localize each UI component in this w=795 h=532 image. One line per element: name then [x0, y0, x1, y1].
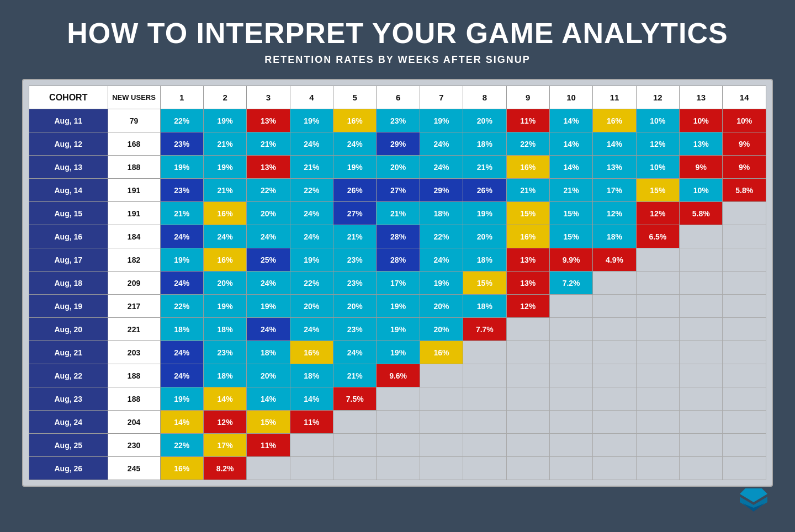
data-cell-week-8: 18%: [463, 248, 506, 272]
data-cell-week-9: 22%: [506, 132, 549, 156]
data-cell-week-13: 13%: [680, 132, 723, 156]
table-row: Aug, 1618424%24%24%24%21%28%22%20%16%15%…: [29, 225, 766, 248]
cohort-cell: Aug, 26: [29, 457, 108, 480]
cohort-cell: Aug, 23: [29, 387, 108, 411]
data-cell-week-1: 19%: [160, 248, 203, 272]
data-cell-week-8: [463, 457, 506, 480]
data-cell-week-13: [680, 457, 723, 480]
data-cell-week-12: [636, 434, 679, 457]
data-cell-week-14: [723, 434, 766, 457]
week-3-header: 3: [247, 86, 290, 109]
data-cell-week-2: 24%: [203, 225, 246, 248]
data-cell-week-1: 18%: [160, 318, 203, 341]
cohort-cell: Aug, 14: [29, 179, 108, 202]
data-cell-week-13: [680, 434, 723, 457]
data-cell-week-6: [377, 434, 420, 457]
data-cell-week-5: 26%: [333, 179, 377, 202]
data-cell-week-8: [463, 341, 506, 364]
data-cell-week-13: [680, 318, 723, 341]
data-cell-week-11: [593, 457, 636, 480]
data-cell-week-8: [463, 434, 506, 457]
data-cell-week-7: 19%: [420, 109, 463, 132]
data-cell-week-1: 23%: [160, 179, 203, 202]
newusers-cell: 188: [108, 364, 160, 387]
data-cell-week-7: 18%: [420, 202, 463, 225]
data-cell-week-2: 23%: [203, 341, 246, 364]
data-cell-week-5: 23%: [333, 248, 377, 272]
data-cell-week-2: 19%: [203, 295, 246, 318]
data-cell-week-5: 23%: [333, 318, 377, 341]
data-cell-week-12: [636, 341, 679, 364]
cohort-cell: Aug, 11: [29, 109, 108, 132]
data-cell-week-1: 22%: [160, 295, 203, 318]
newusers-cell: 184: [108, 225, 160, 248]
data-cell-week-2: 18%: [203, 364, 246, 387]
data-cell-week-3: 15%: [247, 411, 290, 434]
data-cell-week-11: [593, 411, 636, 434]
cohort-cell: Aug, 18: [29, 272, 108, 295]
data-cell-week-10: 21%: [549, 179, 592, 202]
data-cell-week-12: [636, 457, 679, 480]
cohort-column-header: COHORT: [29, 86, 108, 109]
data-cell-week-6: 27%: [377, 179, 420, 202]
data-cell-week-4: 24%: [290, 132, 333, 156]
data-cell-week-6: 19%: [377, 341, 420, 364]
data-cell-week-13: [680, 387, 723, 411]
data-cell-week-3: 24%: [247, 318, 290, 341]
data-cell-week-14: [723, 387, 766, 411]
data-cell-week-5: 23%: [333, 272, 377, 295]
data-cell-week-1: 24%: [160, 364, 203, 387]
data-cell-week-11: 16%: [593, 109, 636, 132]
table-row: Aug, 2218824%18%20%18%21%9.6%: [29, 364, 766, 387]
data-cell-week-11: 13%: [593, 156, 636, 179]
data-cell-week-12: [636, 318, 679, 341]
table-row: Aug, 1318819%19%13%21%19%20%24%21%16%14%…: [29, 156, 766, 179]
table-row: Aug, 1718219%16%25%19%23%28%24%18%13%9.9…: [29, 248, 766, 272]
data-cell-week-3: 24%: [247, 225, 290, 248]
data-cell-week-10: [549, 295, 592, 318]
data-cell-week-3: 20%: [247, 202, 290, 225]
data-cell-week-11: 18%: [593, 225, 636, 248]
data-cell-week-1: 24%: [160, 341, 203, 364]
data-cell-week-14: [723, 457, 766, 480]
data-cell-week-12: 6.5%: [636, 225, 679, 248]
data-cell-week-2: 18%: [203, 318, 246, 341]
data-cell-week-10: 15%: [549, 225, 592, 248]
data-cell-week-3: 19%: [247, 295, 290, 318]
data-cell-week-4: 24%: [290, 202, 333, 225]
data-cell-week-11: [593, 434, 636, 457]
data-cell-week-5: 16%: [333, 109, 377, 132]
week-6-header: 6: [377, 86, 420, 109]
data-cell-week-13: [680, 411, 723, 434]
data-cell-week-7: [420, 457, 463, 480]
cohort-cell: Aug, 25: [29, 434, 108, 457]
data-cell-week-1: 24%: [160, 272, 203, 295]
data-cell-week-6: 23%: [377, 109, 420, 132]
newusers-cell: 217: [108, 295, 160, 318]
data-cell-week-12: [636, 387, 679, 411]
data-cell-week-11: [593, 318, 636, 341]
cohort-cell: Aug, 12: [29, 132, 108, 156]
cohort-cell: Aug, 16: [29, 225, 108, 248]
data-cell-week-8: 18%: [463, 132, 506, 156]
data-cell-week-1: 24%: [160, 225, 203, 248]
data-cell-week-8: 20%: [463, 225, 506, 248]
cohort-cell: Aug, 15: [29, 202, 108, 225]
data-cell-week-10: 9.9%: [549, 248, 592, 272]
data-cell-week-8: [463, 364, 506, 387]
data-cell-week-8: [463, 411, 506, 434]
newusers-cell: 79: [108, 109, 160, 132]
data-cell-week-9: 16%: [506, 156, 549, 179]
data-cell-week-1: 22%: [160, 434, 203, 457]
newusers-cell: 230: [108, 434, 160, 457]
data-cell-week-7: 22%: [420, 225, 463, 248]
data-cell-week-3: 14%: [247, 387, 290, 411]
data-cell-week-12: [636, 248, 679, 272]
data-cell-week-5: 24%: [333, 132, 377, 156]
data-cell-week-8: 26%: [463, 179, 506, 202]
data-cell-week-3: [247, 457, 290, 480]
data-cell-week-6: 20%: [377, 156, 420, 179]
cohort-cell: Aug, 24: [29, 411, 108, 434]
data-cell-week-12: [636, 411, 679, 434]
data-cell-week-4: [290, 457, 333, 480]
